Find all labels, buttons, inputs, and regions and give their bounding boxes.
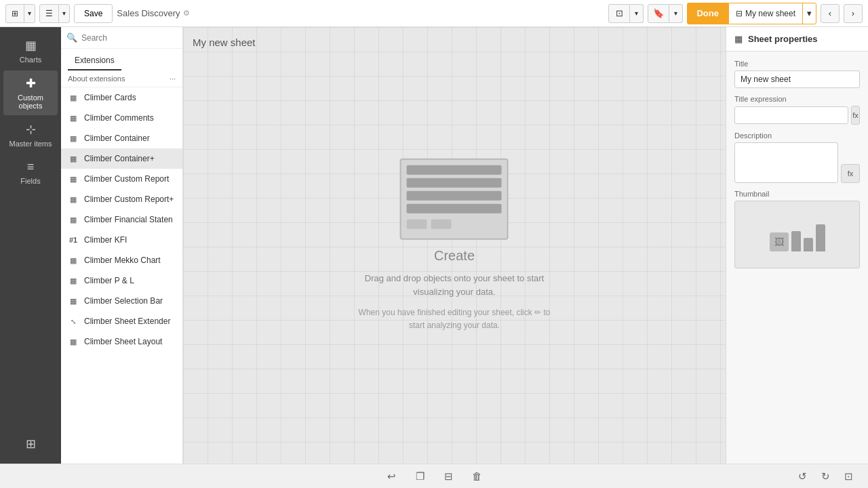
bar-row-2	[407, 178, 502, 188]
thumb-bar-1	[791, 231, 801, 251]
sidebar-item-charts-label: Charts	[20, 56, 41, 64]
title-expr-label: Title expression	[734, 95, 860, 103]
ext-section-more-icon[interactable]: ···	[170, 75, 176, 83]
climber-financial-icon: ▦	[68, 214, 79, 225]
done-button[interactable]: Done	[687, 3, 728, 24]
list-item[interactable]: ▦ Climber Financial Staten	[61, 209, 182, 230]
climber-mekko-icon: ▦	[68, 255, 79, 266]
thumbnail-box[interactable]: 🖼	[734, 201, 860, 268]
sidebar-item-fields[interactable]: ≡ Fields	[3, 155, 58, 190]
list-icon-btn[interactable]: ☰	[40, 5, 59, 22]
monitor-icon-btn[interactable]: ⊡	[608, 4, 630, 23]
description-label: Description	[734, 131, 860, 140]
list-item[interactable]: ▦ Climber P & L	[61, 270, 182, 291]
bookmark-caret[interactable]: ▾	[669, 4, 683, 23]
extensions-tab[interactable]: Extensions	[68, 52, 121, 70]
list-item[interactable]: ▦ Climber Sheet Layout	[61, 331, 182, 352]
search-icon: 🔍	[66, 33, 77, 43]
canvas-area[interactable]: My new sheet Create Drag and drop object…	[183, 27, 726, 464]
list-caret[interactable]: ▾	[59, 5, 69, 22]
custom-objects-icon: ✚	[26, 76, 36, 91]
view-caret[interactable]: ▾	[24, 5, 35, 22]
fields-icon: ≡	[27, 160, 35, 174]
climber-custom-report2-label: Climber Custom Report+	[84, 195, 174, 204]
sidebar-item-master-items[interactable]: ⊹ Master items	[3, 117, 58, 153]
nav-prev-button[interactable]: ‹	[821, 4, 840, 23]
climber-selection-icon: ▦	[68, 296, 79, 306]
bottom-icon-redo[interactable]: ↻	[816, 468, 834, 485]
bottom-bar-right: ↺ ↻ ⊡	[793, 468, 857, 485]
climber-cards-label: Climber Cards	[84, 93, 136, 102]
list-item[interactable]: #1 Climber KFI	[61, 230, 182, 250]
search-input[interactable]	[81, 33, 177, 43]
search-bar: 🔍	[61, 27, 182, 49]
list-item[interactable]: ▦ Climber Comments	[61, 108, 182, 128]
monitor-caret[interactable]: ▾	[630, 4, 644, 23]
monitor-icon: ⊡	[616, 8, 623, 18]
create-icon-box	[400, 159, 509, 240]
title-expr-input[interactable]	[734, 106, 848, 124]
bookmark-icon-btn[interactable]: 🔖	[648, 4, 669, 23]
climber-sheet-ext-icon: ⤡	[68, 316, 79, 327]
master-items-icon: ⊹	[26, 122, 36, 137]
bottom-icon-copy[interactable]: ❐	[411, 468, 429, 485]
bottom-icon-cut[interactable]: ⊟	[439, 468, 457, 485]
list-item[interactable]: ⤡ Climber Sheet Extender	[61, 311, 182, 331]
sheet-name-caret[interactable]: ▾	[803, 3, 816, 24]
list-item[interactable]: ▦ Climber Cards	[61, 87, 182, 108]
list-item[interactable]: ▦ Climber Custom Report	[61, 169, 182, 189]
title-input[interactable]	[734, 70, 860, 88]
climber-sheet-layout-label: Climber Sheet Layout	[84, 337, 162, 346]
bar-row-1	[407, 165, 502, 175]
sidebar-bottom-icon-btn[interactable]: ⊞	[3, 431, 58, 457]
list-item[interactable]: ▦ Climber Container+	[61, 148, 182, 169]
title-expr-fx-btn[interactable]: fx	[851, 106, 860, 125]
list-item[interactable]: ▦ Climber Container	[61, 128, 182, 148]
bottom-icon-undo[interactable]: ↺	[793, 468, 811, 485]
topbar: ⊞ ▾ ☰ ▾ Save Sales Discovery ⚙ ⊡ ▾ 🔖 ▾	[0, 0, 868, 27]
climber-mekko-label: Climber Mekko Chart	[84, 256, 161, 265]
view-icon-btn[interactable]: ⊞	[6, 5, 24, 22]
create-widget: Create Drag and drop objects onto your s…	[359, 159, 551, 332]
bottom-icon-fit[interactable]: ⊡	[840, 468, 857, 485]
bookmark-icon: 🔖	[653, 8, 664, 18]
list-item[interactable]: ▦ Climber Selection Bar	[61, 291, 182, 311]
climber-selection-label: Climber Selection Bar	[84, 296, 163, 306]
climber-kfi-label: Climber KFI	[84, 235, 127, 245]
list-toggle[interactable]: ☰ ▾	[39, 4, 70, 23]
climber-custom-report-label: Climber Custom Report	[84, 174, 169, 184]
bottom-icon-delete[interactable]: 🗑	[468, 468, 486, 485]
sidebar-item-master-label: Master items	[9, 140, 52, 148]
bottom-icon-arrow-in[interactable]: ↩	[382, 468, 400, 485]
bar-row-3	[407, 191, 502, 201]
app-name: Sales Discovery ⚙	[117, 8, 189, 18]
create-label: Create	[434, 248, 475, 264]
right-panel-title: Sheet properties	[748, 34, 818, 44]
climber-container2-label: Climber Container+	[84, 154, 155, 163]
thumbnail-preview: 🖼	[770, 218, 825, 251]
list-item[interactable]: ▦ Climber Custom Report+	[61, 189, 182, 209]
save-button[interactable]: Save	[74, 4, 113, 23]
sidebar-bottom-icon: ⊞	[26, 436, 36, 451]
ext-list: ▦ Climber Cards ▦ Climber Comments ▦ Cli…	[61, 87, 182, 464]
nav-next-icon: ›	[852, 8, 854, 18]
list-item[interactable]: ▦ Climber Mekko Chart	[61, 250, 182, 270]
sidebar-item-custom-objects[interactable]: ✚ Custom objects	[3, 70, 58, 115]
nav-prev-icon: ‹	[829, 8, 831, 18]
thumbnail-img-icon: 🖼	[770, 232, 789, 251]
description-input[interactable]	[734, 142, 838, 183]
description-fx-btn[interactable]: fx	[841, 164, 860, 183]
title-expr-row: fx	[734, 106, 860, 125]
sidebar-item-charts[interactable]: ▦ Charts	[3, 33, 58, 69]
climber-kfi-icon: #1	[68, 235, 79, 245]
nav-next-button[interactable]: ›	[844, 4, 863, 23]
view-toggle[interactable]: ⊞ ▾	[5, 4, 35, 23]
climber-sheet-layout-icon: ▦	[68, 336, 79, 347]
bar-short-2	[431, 220, 452, 229]
right-panel-icon: ▦	[734, 34, 743, 44]
sheet-name-group: ⊟ My new sheet ▾	[728, 3, 816, 24]
list-icon: ☰	[45, 9, 53, 18]
bar-short-1	[407, 220, 427, 229]
climber-cards-icon: ▦	[68, 92, 79, 103]
climber-sheet-ext-label: Climber Sheet Extender	[84, 317, 170, 326]
